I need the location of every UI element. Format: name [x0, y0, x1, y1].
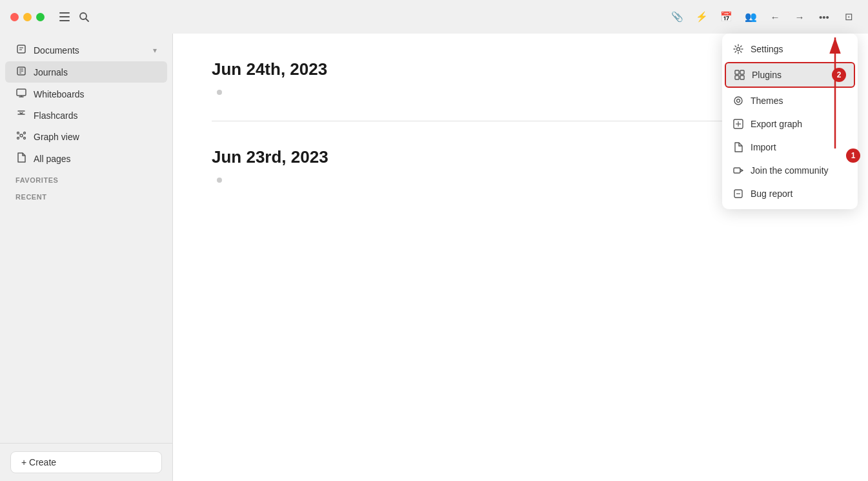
plugins-badge: 2	[832, 68, 846, 82]
menu-icon[interactable]	[57, 10, 72, 24]
sidebar-item-graph-label: Graph view	[34, 132, 79, 142]
dropdown-plugins-label: Plugins	[752, 70, 782, 80]
bug-icon	[732, 188, 744, 200]
sidebar-item-whiteboards[interactable]: Whiteboards	[5, 83, 167, 105]
svg-rect-1	[59, 16, 70, 17]
journals-icon	[15, 66, 27, 78]
maximize-button[interactable]	[36, 13, 45, 21]
svg-line-22	[20, 136, 21, 137]
sidebar-item-all-pages[interactable]: All pages	[5, 148, 167, 169]
dropdown-item-bug-report[interactable]: Bug report	[722, 182, 858, 205]
minimize-button[interactable]	[23, 13, 32, 21]
svg-point-17	[24, 132, 26, 134]
svg-point-29	[734, 97, 742, 105]
dropdown-import-label: Import	[751, 142, 776, 152]
svg-rect-27	[735, 76, 739, 79]
sidebar-item-whiteboards-label: Whiteboards	[34, 89, 85, 99]
import-icon	[732, 141, 744, 153]
sidebar-footer: + Create	[0, 443, 172, 481]
lightning-icon[interactable]: ⚡	[692, 8, 711, 26]
close-button[interactable]	[10, 13, 19, 21]
sidebar-toggle-icon[interactable]: ⊡	[840, 8, 858, 26]
journal-bullet-1	[217, 90, 222, 95]
svg-point-19	[24, 138, 26, 139]
svg-point-24	[737, 48, 740, 51]
recent-section: RECENT	[0, 187, 172, 203]
svg-point-16	[17, 132, 19, 134]
create-label: + Create	[21, 457, 56, 467]
svg-line-20	[20, 134, 21, 135]
forward-icon[interactable]: →	[791, 8, 809, 26]
dropdown-export-label: Export graph	[751, 119, 802, 129]
sidebar-nav: Documents ▾ Journals	[0, 34, 172, 443]
titlebar: 📎 ⚡ 📅 👥 ← → ••• ⊡	[0, 0, 868, 34]
sidebar: Documents ▾ Journals	[0, 34, 173, 481]
titlebar-left	[10, 10, 91, 24]
dropdown-settings-label: Settings	[751, 44, 783, 54]
documents-icon	[15, 44, 27, 56]
more-icon[interactable]: •••	[815, 8, 833, 26]
dropdown-item-export-graph[interactable]: Export graph	[722, 112, 858, 136]
settings-icon	[732, 43, 744, 55]
search-icon[interactable]	[77, 10, 91, 24]
sidebar-item-journals-label: Journals	[34, 67, 68, 77]
sidebar-item-all-pages-label: All pages	[34, 154, 71, 164]
annotation-badge-1: 1	[846, 148, 860, 163]
dropdown-item-settings[interactable]: Settings	[722, 37, 858, 61]
dropdown-themes-label: Themes	[751, 96, 783, 106]
dropdown-item-import[interactable]: Import	[722, 136, 858, 159]
dropdown-item-themes[interactable]: Themes	[722, 89, 858, 112]
titlebar-right: 📎 ⚡ 📅 👥 ← → ••• ⊡	[668, 8, 858, 26]
flashcards-icon	[15, 110, 27, 121]
svg-rect-25	[735, 70, 739, 74]
calendar-icon[interactable]: 📅	[717, 8, 735, 26]
graph-icon	[15, 130, 27, 143]
traffic-lights	[10, 13, 45, 21]
attachment-icon[interactable]: 📎	[668, 8, 686, 26]
sidebar-item-documents[interactable]: Documents ▾	[5, 39, 167, 61]
svg-line-4	[86, 19, 88, 21]
export-graph-icon	[732, 118, 744, 130]
svg-rect-26	[740, 70, 744, 74]
svg-rect-0	[59, 12, 70, 14]
svg-point-30	[737, 99, 740, 103]
community-icon	[732, 165, 744, 176]
sidebar-item-flashcards[interactable]: Flashcards	[5, 105, 167, 125]
dropdown-item-join-community[interactable]: Join the community	[722, 159, 858, 182]
people-icon[interactable]: 👥	[742, 8, 760, 26]
sidebar-item-flashcards-label: Flashcards	[34, 110, 77, 121]
sidebar-item-journals[interactable]: Journals	[5, 61, 167, 83]
favorites-section: FAVORITES	[0, 170, 172, 187]
dropdown-menu: Settings Plugins 2 Themes	[722, 34, 858, 209]
dropdown-community-label: Join the community	[751, 165, 829, 176]
dropdown-item-plugins[interactable]: Plugins 2	[725, 62, 855, 88]
svg-line-23	[23, 136, 23, 137]
themes-icon	[732, 95, 744, 107]
svg-rect-12	[17, 89, 26, 96]
sidebar-item-graph-view[interactable]: Graph view	[5, 126, 167, 147]
whiteboards-icon	[15, 88, 27, 100]
create-button[interactable]: + Create	[10, 451, 162, 473]
journal-bullet-2	[217, 178, 222, 183]
svg-rect-2	[59, 20, 70, 21]
svg-point-18	[17, 138, 19, 139]
plugins-icon	[734, 69, 745, 81]
svg-rect-5	[17, 45, 25, 53]
svg-rect-34	[734, 168, 740, 173]
dropdown-bug-label: Bug report	[751, 189, 792, 199]
documents-chevron: ▾	[153, 46, 157, 55]
all-pages-icon	[15, 152, 27, 165]
sidebar-item-documents-label: Documents	[34, 45, 79, 56]
svg-line-21	[23, 134, 23, 135]
back-icon[interactable]: ←	[766, 8, 784, 26]
svg-rect-28	[740, 76, 744, 79]
